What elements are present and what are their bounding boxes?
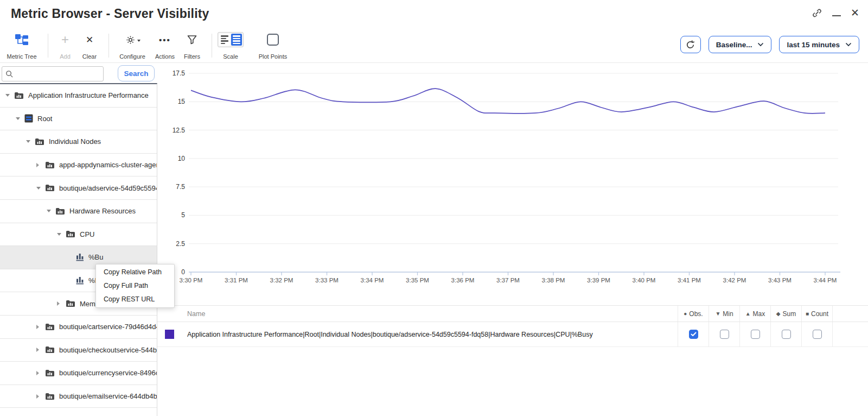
actions-button[interactable]: ••• Actions [153, 31, 177, 60]
context-menu-item-copy-relative-path[interactable]: Copy Relative Path [96, 266, 174, 279]
collapse-arrow-icon[interactable] [47, 210, 55, 212]
folder-chart-icon [55, 207, 65, 215]
tree-item-boutique-checkoutservice-544bdf649[interactable]: boutique/checkoutservice-544bdf649 [0, 339, 157, 362]
baseline-dropdown[interactable]: Baseline... [709, 36, 772, 53]
tree-item-label: CPU [80, 230, 94, 238]
gear-icon [125, 31, 141, 48]
configure-button[interactable]: Configure [116, 31, 149, 60]
expand-arrow-icon[interactable] [36, 163, 45, 167]
tree-item-label: %Bu [88, 253, 103, 261]
context-menu: Copy Relative PathCopy Full PathCopy RES… [95, 264, 175, 308]
search-button[interactable]: Search [118, 65, 155, 81]
name-column-header: Name [187, 310, 678, 318]
y-axis-tick-label: 5 [181, 211, 185, 219]
filters-button[interactable]: Filters [180, 31, 204, 60]
tree-item-application-infrastructure-performance[interactable]: Application Infrastructure Performance [0, 84, 157, 108]
time-range-dropdown[interactable]: last 15 minutes [779, 36, 859, 53]
collapse-arrow-icon[interactable] [5, 94, 14, 97]
x-axis-tick-label: 3:38 PM [542, 277, 565, 283]
folder-chart-icon [35, 138, 44, 146]
plus-icon: + [61, 31, 69, 48]
toolbar-divider [0, 62, 868, 63]
context-menu-item-copy-rest-url[interactable]: Copy REST URL [96, 293, 174, 306]
folder-chart-icon [45, 369, 55, 377]
collapse-arrow-icon[interactable] [36, 187, 45, 190]
funnel-icon [187, 31, 197, 48]
close-icon[interactable]: ✕ [851, 8, 859, 18]
tree-item-appd-appdynamics-cluster-agent-app[interactable]: appd-appdynamics-cluster-agent-app [0, 154, 157, 177]
tree-item-label: boutique/adservice-54d59c5594-fdq5 [59, 184, 157, 192]
tree-item-label: Application Infrastructure Performance [28, 91, 149, 99]
x-axis-tick-label: 3:36 PM [451, 277, 475, 283]
collapse-arrow-icon[interactable] [26, 140, 35, 143]
metric-tree-button[interactable]: Metric Tree [7, 31, 36, 60]
refresh-icon [685, 40, 695, 50]
line-chart-svg: 02.557.51012.51517.53:30 PM3:31 PM3:32 P… [157, 64, 868, 304]
collapse-arrow-icon[interactable] [16, 117, 24, 120]
scale-toggle[interactable]: Scale [216, 31, 245, 60]
context-menu-item-copy-full-path[interactable]: Copy Full Path [96, 279, 174, 293]
checkbox-min[interactable] [720, 330, 729, 339]
checkbox-icon[interactable] [267, 34, 279, 46]
folder-chart-icon [45, 323, 55, 331]
metric-tree-panel: Application Infrastructure Performance R… [0, 83, 157, 416]
scale-left-segment[interactable] [219, 34, 230, 46]
collapse-arrow-icon[interactable] [57, 233, 66, 236]
checkbox-sum[interactable] [782, 330, 791, 339]
add-button: + Add [54, 31, 76, 60]
table-spacer [832, 306, 868, 322]
x-axis-tick-label: 3:42 PM [723, 277, 746, 283]
expand-arrow-icon[interactable] [36, 394, 45, 399]
expand-arrow-icon[interactable] [36, 325, 45, 329]
tree-item-cpu[interactable]: CPU [0, 223, 157, 247]
tree-item-hardware-resources[interactable]: Hardware Resources [0, 200, 157, 223]
metric-chart: 02.557.51012.51517.53:30 PM3:31 PM3:32 P… [157, 64, 868, 304]
tree-item-root[interactable]: Root [0, 108, 157, 131]
toolbar-separator [108, 34, 109, 58]
y-axis-tick-label: 12.5 [173, 127, 186, 134]
x-axis-tick-label: 3:40 PM [633, 277, 656, 283]
y-axis-tick-label: 0 [181, 268, 185, 276]
x-axis-tick-label: 3:41 PM [678, 277, 701, 283]
search-icon [5, 70, 14, 78]
search-input-box[interactable] [2, 66, 104, 81]
checkbox-count[interactable] [813, 330, 822, 339]
folder-chart-icon [45, 161, 55, 169]
y-axis-tick-label: 17.5 [173, 70, 186, 77]
metric-bars-icon [76, 276, 84, 285]
y-axis-tick-label: 10 [178, 155, 186, 162]
metric-tree-icon [15, 31, 29, 48]
tree-item-boutique-currencyservice-8496cb5c7[interactable]: boutique/currencyservice-8496cb5c7 [0, 362, 157, 385]
scale-right-segment[interactable] [231, 34, 242, 46]
x-axis-tick-label: 3:35 PM [406, 277, 429, 283]
window-controls: ✕ [812, 8, 859, 18]
expand-arrow-icon[interactable] [36, 371, 45, 375]
sidebar-search-row: Search [0, 64, 157, 84]
minimize-icon[interactable] [832, 10, 841, 17]
caret-down-icon [137, 40, 141, 42]
plot-points-toggle[interactable]: Plot Points [253, 31, 293, 60]
refresh-button[interactable] [680, 36, 701, 53]
stat-column-header-obs: ●Obs. [678, 306, 709, 322]
tree-item-boutique-emailservice-644db4bdf8-lc[interactable]: boutique/emailservice-644db4bdf8-lc [0, 385, 157, 408]
tree-item-boutique-adservice-54d59c5594-fdq5[interactable]: boutique/adservice-54d59c5594-fdq5 [0, 177, 157, 200]
folder-chart-icon [45, 346, 55, 354]
tree-item-individual-nodes[interactable]: Individual Nodes [0, 130, 157, 154]
x-axis-tick-label: 3:30 PM [180, 277, 203, 283]
search-input[interactable] [14, 70, 95, 78]
expand-arrow-icon[interactable] [36, 348, 45, 352]
series-color-swatch [165, 330, 174, 339]
chevron-down-icon [757, 42, 764, 47]
toolbar-right-controls: Baseline... last 15 minutes [680, 36, 859, 53]
tree-item-label: boutique/emailservice-644db4bdf8-lc [59, 392, 157, 400]
checkbox-obs[interactable] [689, 330, 698, 339]
tree-item-label: boutique/currencyservice-8496cb5c7 [59, 369, 157, 377]
y-axis-tick-label: 15 [178, 98, 186, 105]
expand-arrow-icon[interactable] [57, 301, 66, 306]
checkbox-max[interactable] [751, 330, 760, 339]
series-table-row[interactable]: Application Infrastructure Performance|R… [157, 322, 868, 347]
tree-item-boutique-cartservice-79d46d4d46-9b[interactable]: boutique/cartservice-79d46d4d46-9b [0, 316, 157, 339]
clear-button[interactable]: ✕ Clear [79, 31, 100, 60]
link-icon[interactable] [812, 8, 822, 18]
folder-chart-icon [14, 92, 24, 99]
